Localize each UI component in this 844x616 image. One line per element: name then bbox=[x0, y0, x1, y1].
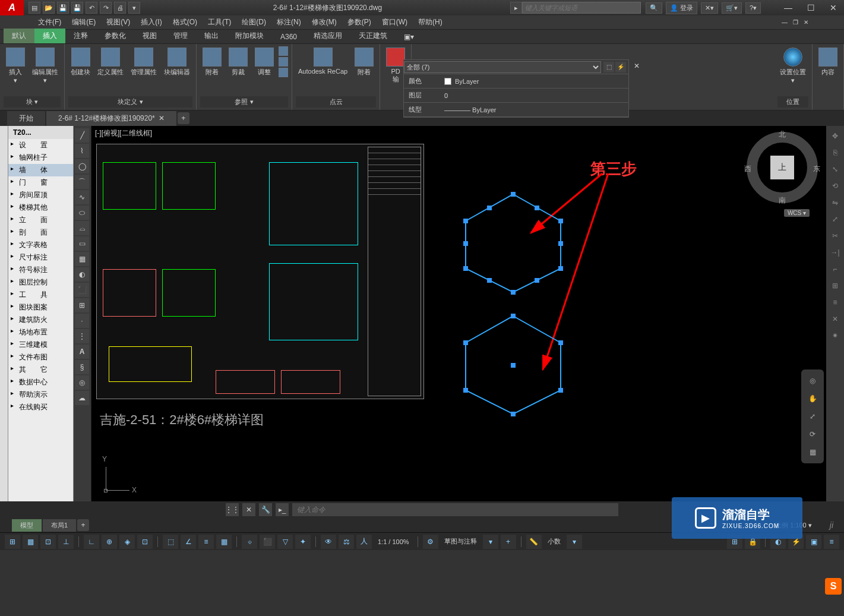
offset-tool-icon[interactable]: ≡ bbox=[829, 296, 842, 309]
create-block-button[interactable]: 创建块 bbox=[68, 46, 93, 78]
document-tab[interactable]: 开始 bbox=[7, 111, 45, 126]
transparency-toggle-icon[interactable]: ▦ bbox=[216, 535, 232, 549]
zoom-extents-icon[interactable]: ⤢ bbox=[805, 409, 820, 424]
ellipse-tool-icon[interactable]: ⬭ bbox=[75, 206, 89, 220]
qat-btn[interactable]: 💾 bbox=[57, 2, 69, 14]
ribbon-tab[interactable]: 注释 bbox=[65, 29, 96, 43]
ribbon-tab[interactable]: 参数化 bbox=[96, 29, 134, 43]
set-location-button[interactable]: 设置位置▾ bbox=[777, 46, 808, 86]
table-tool-icon[interactable]: ⊞ bbox=[75, 298, 89, 312]
menu-tools[interactable]: 工具(T) bbox=[203, 15, 236, 29]
viewcube[interactable]: 上 北 南 东 西 bbox=[747, 132, 818, 203]
lineweight-toggle-icon[interactable]: ≡ bbox=[198, 535, 214, 549]
mtext-tool-icon[interactable]: A bbox=[75, 345, 89, 359]
sidebar-item[interactable]: 墙 体 bbox=[8, 164, 73, 176]
play-icon[interactable]: ▸ bbox=[510, 2, 522, 14]
ribbon-tab[interactable]: 附加模块 bbox=[227, 29, 272, 43]
sidebar-item[interactable]: 轴网柱子 bbox=[8, 151, 73, 164]
trim-tool-icon[interactable]: ✂ bbox=[829, 229, 842, 242]
dropdown-icon[interactable]: ▾ bbox=[567, 535, 582, 549]
menu-modify[interactable]: 修改(M) bbox=[307, 15, 342, 29]
clean-screen-icon[interactable]: ▣ bbox=[806, 535, 821, 549]
adjust-button[interactable]: 调整 bbox=[252, 46, 276, 78]
add-icon[interactable]: + bbox=[501, 535, 516, 549]
sidebar-item[interactable]: 设 置 bbox=[8, 139, 73, 151]
new-layout-button[interactable]: + bbox=[77, 519, 89, 531]
viewport-controls[interactable]: [-][俯视][二维线框] bbox=[95, 128, 152, 138]
selection-cycling-icon[interactable]: ⟐ bbox=[242, 535, 257, 549]
sidebar-item[interactable]: 文字表格 bbox=[8, 239, 73, 251]
revision-cloud-icon[interactable]: ☁ bbox=[75, 391, 89, 405]
rotate-tool-icon[interactable]: ⟲ bbox=[829, 179, 842, 192]
content-button[interactable]: 内容 bbox=[816, 46, 840, 78]
command-history-icon[interactable]: ⋮⋮ bbox=[226, 503, 239, 516]
close-button[interactable]: ✕ bbox=[823, 1, 844, 15]
sidebar-item[interactable]: 尺寸标注 bbox=[8, 251, 73, 264]
qat-btn[interactable]: 📂 bbox=[43, 2, 55, 14]
doc-close-icon[interactable]: ✕ bbox=[801, 18, 811, 27]
3dosnap-toggle-icon[interactable]: ⬚ bbox=[163, 535, 178, 549]
explode-tool-icon[interactable]: ✷ bbox=[829, 329, 842, 342]
wcs-selector[interactable]: WCS ▾ bbox=[784, 209, 810, 217]
sidebar-item[interactable]: 场地布置 bbox=[8, 326, 73, 339]
new-document-button[interactable]: + bbox=[178, 112, 189, 124]
minimize-button[interactable]: — bbox=[777, 1, 799, 15]
panel-title[interactable]: 块定义 ▾ bbox=[68, 96, 192, 108]
sidebar-item[interactable]: 建筑防火 bbox=[8, 314, 73, 326]
move-tool-icon[interactable]: ✥ bbox=[829, 129, 842, 143]
sidebar-item[interactable]: 立 面 bbox=[8, 214, 73, 226]
mirror-tool-icon[interactable]: ⇋ bbox=[829, 196, 842, 209]
panel-strip[interactable] bbox=[0, 126, 8, 501]
define-attribute-button[interactable]: 定义属性 bbox=[95, 46, 126, 78]
block-editor-button[interactable]: 块编辑器 bbox=[162, 46, 192, 78]
close-tab-icon[interactable]: ✕ bbox=[159, 114, 165, 122]
snap-toggle-icon[interactable]: ⊡ bbox=[40, 535, 56, 549]
login-button[interactable]: 👤 登录 bbox=[666, 2, 697, 14]
close-panel-icon[interactable]: ✕ bbox=[631, 60, 643, 72]
doc-minimize-icon[interactable]: — bbox=[780, 18, 789, 27]
infer-constraints-icon[interactable]: ⊥ bbox=[58, 535, 74, 549]
attach-button[interactable]: 附着 bbox=[200, 46, 224, 78]
sidebar-item[interactable]: 帮助演示 bbox=[8, 388, 73, 401]
menu-dimension[interactable]: 标注(N) bbox=[272, 15, 306, 29]
selection-filter-icon[interactable]: ▽ bbox=[277, 535, 293, 549]
color-swatch-icon[interactable] bbox=[444, 78, 451, 85]
erase-tool-icon[interactable]: ✕ bbox=[829, 312, 842, 326]
qat-btn[interactable]: ↶ bbox=[86, 2, 97, 14]
ribbon-tab[interactable]: 管理 bbox=[165, 29, 196, 43]
viewcube-face[interactable]: 上 bbox=[770, 156, 794, 179]
helix-tool-icon[interactable]: § bbox=[75, 360, 89, 374]
polyline-tool-icon[interactable]: ⌇ bbox=[75, 144, 89, 158]
ribbon-tab[interactable]: 默认 bbox=[4, 29, 34, 43]
pan-icon[interactable]: ✋ bbox=[805, 391, 820, 406]
ellipse-arc-tool-icon[interactable]: ⌓ bbox=[75, 221, 89, 235]
workspace-label[interactable]: 草图与注释 bbox=[441, 537, 481, 546]
select-objects-icon[interactable]: ⬚ bbox=[603, 62, 614, 72]
sidebar-item[interactable]: 符号标注 bbox=[8, 264, 73, 276]
autoscale-icon[interactable]: ⚖ bbox=[339, 535, 354, 549]
ortho-toggle-icon[interactable]: ∟ bbox=[84, 535, 99, 549]
menu-help[interactable]: 帮助(H) bbox=[413, 15, 447, 29]
maximize-button[interactable]: ☐ bbox=[800, 1, 821, 15]
ribbon-focus-icon[interactable]: ▣▾ bbox=[396, 30, 422, 43]
autodesk-recap-button[interactable]: Autodesk ReCap bbox=[296, 46, 350, 76]
menu-insert[interactable]: 插入(I) bbox=[136, 15, 166, 29]
grid-toggle-icon[interactable]: ▦ bbox=[23, 535, 38, 549]
sidebar-item[interactable]: 图层控制 bbox=[8, 276, 73, 289]
sidebar-item[interactable]: 剖 面 bbox=[8, 226, 73, 239]
qat-btn[interactable]: 💾 bbox=[71, 2, 83, 14]
menu-file[interactable]: 文件(F) bbox=[33, 15, 66, 29]
osnap-toggle-icon[interactable]: ⊡ bbox=[137, 535, 153, 549]
prop-value[interactable]: ByLayer bbox=[455, 78, 479, 85]
manage-attribute-button[interactable]: 管理属性 bbox=[128, 46, 159, 78]
prop-value[interactable]: 0 bbox=[440, 92, 628, 99]
arc-tool-icon[interactable]: ⌒ bbox=[75, 175, 89, 189]
zoom-display[interactable]: 1:1 / 100% bbox=[374, 538, 413, 545]
orbit-icon[interactable]: ⟳ bbox=[805, 427, 820, 442]
sogou-ime-icon[interactable]: S bbox=[825, 578, 842, 595]
stretch-tool-icon[interactable]: ⤡ bbox=[829, 163, 842, 176]
extend-tool-icon[interactable]: →| bbox=[829, 246, 842, 259]
workspace-icon[interactable]: ⚙ bbox=[423, 535, 438, 549]
attach-pointcloud-button[interactable]: 附着 bbox=[352, 46, 376, 78]
qat-btn[interactable]: ▤ bbox=[29, 2, 40, 14]
